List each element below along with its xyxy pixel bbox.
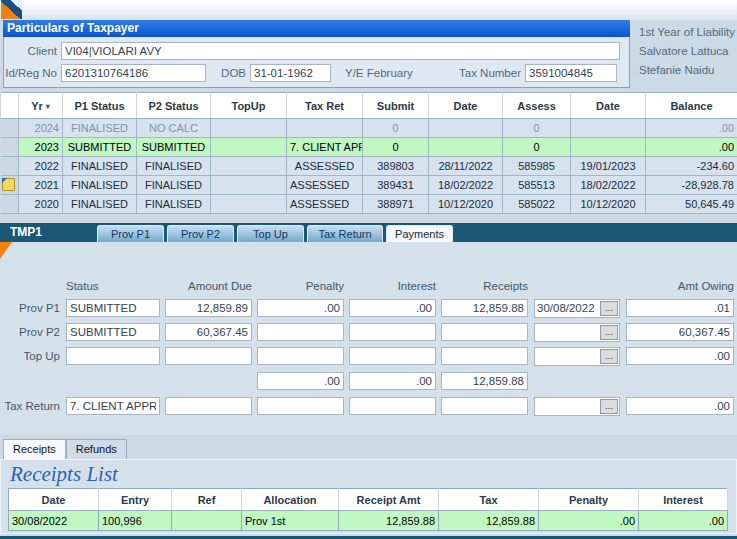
col-header-yr[interactable]: Yr ▾ [19,93,63,119]
prov-p2-interest-field[interactable] [349,323,436,341]
tax-return-date-input[interactable] [535,400,600,412]
table-row-2021[interactable]: 2021 FINALISED FINALISED ASSESSED 389431… [1,176,737,195]
tab-prov-p1[interactable]: Prov P1 [97,225,164,242]
total-penalty-field[interactable] [257,372,344,390]
prov-p1-date-input[interactable] [535,302,600,314]
top-up-status-field[interactable] [66,347,160,365]
sort-arrow-icon[interactable]: ▾ [46,102,50,111]
col-header-p1-status[interactable]: P1 Status [63,93,137,119]
prov-p1-date-lookup-button[interactable]: ... [600,301,618,316]
prov-p2-penalty-field[interactable] [257,323,344,341]
table-row-2020[interactable]: 2020 FINALISED FINALISED ASSESSED 388971… [1,195,737,214]
receipts-col-penalty[interactable]: Penalty [539,489,639,511]
top-up-interest-field[interactable] [349,347,436,365]
template-tab-bar: TMP1 Prov P1 Prov P2 Top Up Tax Return P… [0,223,737,242]
receipts-col-interest[interactable]: Interest [639,489,728,511]
year-end-label: Y/E February [331,67,422,79]
payments-column-labels: Status Amount Due Penalty Interest Recei… [0,280,737,296]
app-window: Particulars of Taxpayer Client Id/Reg No… [0,0,737,539]
receipts-col-receipt-amt[interactable]: Receipt Amt [339,489,439,511]
tab-receipts[interactable]: Receipts [3,439,66,459]
receipts-tab-strip: Receipts Refunds [3,439,737,459]
tax-return-label: Tax Return [0,400,63,412]
prov-p1-interest-field[interactable] [349,299,436,317]
prov-p1-amount-due-field[interactable] [165,299,252,317]
tax-return-interest-field[interactable] [349,397,436,415]
dob-input[interactable] [250,64,331,82]
prov-p2-amt-owing-field[interactable] [626,323,734,341]
table-row-2024[interactable]: 2024 FINALISED NO CALC 0 0 .00 [1,119,737,138]
table-row-2022[interactable]: 2022 FINALISED FINALISED ASSESSED 389803… [1,157,737,176]
prov-p2-amount-due-field[interactable] [165,323,252,341]
prov-p1-receipts-field[interactable] [441,299,528,317]
tax-return-amt-owing-field[interactable] [626,397,734,415]
partner-name: Salvatore Lattuca [639,42,737,61]
tab-top-up[interactable]: Top Up [237,225,304,242]
top-up-amt-owing-field[interactable] [626,347,734,365]
tax-return-date-lookup-button[interactable]: ... [600,399,618,414]
receipts-col-tax[interactable]: Tax [439,489,539,511]
section-title: Particulars of Taxpayer [3,20,630,37]
dob-label: DOB [206,67,250,79]
tab-payments[interactable]: Payments [386,225,453,242]
status-column-label: Status [66,280,160,296]
col-header-date2[interactable]: Date [571,93,646,119]
prov-p2-date-input[interactable] [535,326,600,338]
note-icon[interactable] [2,178,15,191]
payments-panel: Status Amount Due Penalty Interest Recei… [0,242,737,435]
col-header-balance[interactable]: Balance [646,93,737,119]
prov-p1-penalty-field[interactable] [257,299,344,317]
receipts-panel: Receipts List Date Entry Ref Allocation … [0,459,737,534]
total-interest-field[interactable] [349,372,436,390]
col-header-topup[interactable]: TopUp [211,93,287,119]
tax-return-status-field[interactable] [66,397,160,415]
receipts-row[interactable]: 30/08/2022 100,996 Prov 1st 12,859.88 12… [9,511,728,531]
tax-return-receipts-field[interactable] [441,397,528,415]
receipts-col-ref[interactable]: Ref [172,489,242,511]
prov-p2-date-lookup-button[interactable]: ... [600,325,618,340]
receipts-table: Date Entry Ref Allocation Receipt Amt Ta… [8,488,728,531]
tab-refunds[interactable]: Refunds [66,439,127,459]
idreg-label: Id/Reg No [4,67,61,79]
prov-p2-status-field[interactable] [66,323,160,341]
total-receipts-field[interactable] [441,372,528,390]
top-up-date-field: ... [534,347,620,366]
top-up-penalty-field[interactable] [257,347,344,365]
client-input[interactable] [61,42,620,60]
prov-p2-receipts-field[interactable] [441,323,528,341]
table-row-2023-selected[interactable]: 2023 SUBMITTED SUBMITTED 7. CLIENT APP 0… [1,138,737,157]
client-panel: Client Id/Reg No DOB Y/E February Tax Nu… [3,37,630,88]
tax-number-input[interactable] [525,64,617,82]
tax-return-amount-due-field[interactable] [165,397,252,415]
top-up-date-lookup-button[interactable]: ... [600,349,618,364]
corner-fold-icon [0,242,12,259]
top-up-receipts-field[interactable] [441,347,528,365]
tab-tax-return[interactable]: Tax Return [307,225,383,242]
assignment-info: 1st Year of Liability Salvatore Lattuca … [630,20,737,88]
tax-return-date-field: ... [534,397,620,416]
template-name: TMP1 [0,225,52,241]
receipts-col-date[interactable]: Date [9,489,99,511]
col-header-date1[interactable]: Date [429,93,503,119]
app-logo-icon [1,0,22,19]
tax-return-penalty-field[interactable] [257,397,344,415]
prov-p1-label: Prov P1 [0,302,63,314]
prov-p2-row: Prov P2 ... [0,322,737,342]
col-header-p2-status[interactable]: P2 Status [137,93,211,119]
top-up-row: Top Up ... [0,346,737,366]
idreg-input[interactable] [61,64,206,82]
prov-p1-status-field[interactable] [66,299,160,317]
prov-p1-amt-owing-field[interactable] [626,299,734,317]
tab-prov-p2[interactable]: Prov P2 [167,225,234,242]
penalty-column-label: Penalty [257,280,344,296]
prov-p1-row: Prov P1 ... [0,298,737,318]
col-header-taxret[interactable]: Tax Ret [287,93,363,119]
receipts-col-entry[interactable]: Entry [99,489,172,511]
receipts-col-allocation[interactable]: Allocation [242,489,339,511]
top-up-amount-due-field[interactable] [165,347,252,365]
col-header-assess[interactable]: Assess [503,93,571,119]
col-header-submit[interactable]: Submit [363,93,429,119]
top-up-date-input[interactable] [535,350,600,362]
prov-p1-date-field: ... [534,299,620,318]
receipts-list-title: Receipts List [8,461,729,488]
